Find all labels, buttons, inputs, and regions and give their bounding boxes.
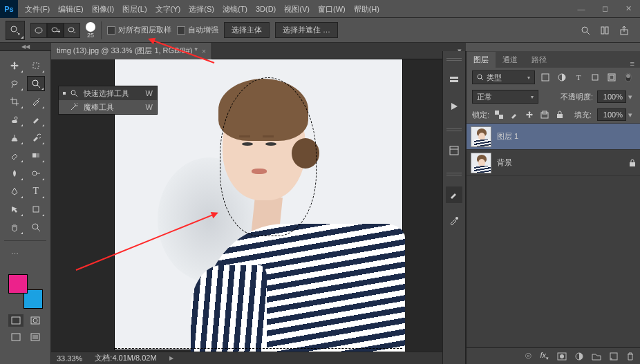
subtract-selection-button[interactable]: - <box>64 23 80 38</box>
flyout-quick-select[interactable]: 快速选择工具 W <box>59 86 157 100</box>
layer-filter-kind[interactable]: 类型 ▾ <box>472 70 535 84</box>
panel-menu-icon[interactable]: ≡ <box>625 59 640 68</box>
filter-smart-icon[interactable] <box>605 71 618 84</box>
standard-mode-icon[interactable] <box>8 314 23 327</box>
clone-stamp-tool[interactable] <box>6 130 23 145</box>
shape-tool[interactable] <box>27 202 45 217</box>
history-brush-tool[interactable] <box>27 130 45 145</box>
maximize-button[interactable]: ◻ <box>593 0 617 18</box>
hand-tool[interactable] <box>6 220 23 235</box>
menu-select[interactable]: 选择(S) <box>185 0 218 18</box>
eyedropper-tool[interactable] <box>27 94 45 109</box>
menu-layer[interactable]: 图层(L) <box>118 0 151 18</box>
eraser-tool[interactable] <box>6 148 23 163</box>
menu-help[interactable]: 帮助(H) <box>350 0 384 18</box>
screen-mode-switch-icon[interactable] <box>28 331 43 343</box>
document-size-info[interactable]: 4.01M/8.02M <box>112 354 156 362</box>
menu-file[interactable]: 文件(F) <box>21 0 54 18</box>
zoom-level[interactable]: 33.33% <box>57 354 82 363</box>
current-tool-icon[interactable] <box>6 21 25 40</box>
lock-all-icon[interactable] <box>556 111 565 119</box>
document-tab[interactable]: timg (13).jpg @ 33.3% (图层 1, RGB/8#) * × <box>51 43 212 59</box>
status-menu-icon[interactable]: ▶ <box>169 355 173 361</box>
tab-paths[interactable]: 路径 <box>525 52 554 68</box>
delete-layer-icon[interactable] <box>626 352 634 361</box>
add-selection-button[interactable]: + <box>47 23 64 38</box>
tab-channels[interactable]: 通道 <box>496 52 525 68</box>
workspace-switcher-icon[interactable] <box>600 26 610 35</box>
path-selection-tool[interactable] <box>6 202 23 217</box>
blend-mode-dropdown[interactable]: 正常 ▾ <box>472 90 538 104</box>
move-tool[interactable] <box>6 58 23 73</box>
gradient-tool[interactable] <box>27 148 45 163</box>
dodge-tool[interactable] <box>27 166 45 181</box>
layer-row[interactable]: 图层 1 <box>467 124 640 150</box>
properties-panel-icon[interactable] <box>446 142 462 159</box>
pen-tool[interactable] <box>6 184 23 199</box>
filter-pixel-icon[interactable] <box>539 71 552 84</box>
type-tool[interactable]: T <box>27 184 45 199</box>
fill-input[interactable]: 100% <box>597 108 626 121</box>
menu-view[interactable]: 视图(V) <box>280 0 314 18</box>
close-button[interactable]: ✕ <box>617 0 640 18</box>
history-panel-icon[interactable] <box>446 72 462 88</box>
filter-shape-icon[interactable] <box>589 71 601 84</box>
menu-filter[interactable]: 滤镜(T) <box>218 0 252 18</box>
layer-thumbnail[interactable] <box>471 126 491 147</box>
new-layer-icon[interactable] <box>610 352 618 361</box>
toolbox-collapse-grip[interactable]: ◀◀ <box>0 43 51 51</box>
menu-image[interactable]: 图像(I) <box>88 0 118 18</box>
filter-adjust-icon[interactable] <box>556 71 568 84</box>
artboard-tool[interactable] <box>27 58 45 73</box>
flyout-magic-wand[interactable]: 魔棒工具 W <box>59 100 157 114</box>
new-selection-button[interactable] <box>30 23 47 38</box>
healing-brush-tool[interactable] <box>6 112 23 127</box>
select-subject-button[interactable]: 选择主体 <box>224 22 270 38</box>
menu-type[interactable]: 文字(Y) <box>151 0 185 18</box>
group-layers-icon[interactable] <box>592 352 601 361</box>
blur-tool[interactable] <box>6 166 23 181</box>
crop-tool[interactable] <box>6 94 23 109</box>
quick-selection-tool[interactable] <box>27 76 45 91</box>
document-canvas[interactable] <box>115 59 402 349</box>
lock-nested-icon[interactable] <box>540 111 550 119</box>
lock-position-icon[interactable] <box>525 111 535 119</box>
brush-size-control[interactable]: 25 <box>86 22 95 39</box>
auto-enhance-option[interactable]: 自动增强 <box>177 25 218 35</box>
search-icon[interactable] <box>581 26 590 35</box>
link-layers-icon[interactable]: ⦾ <box>525 352 531 361</box>
chevron-down-icon[interactable]: ▾ <box>626 93 634 102</box>
adjustment-layer-icon[interactable] <box>575 352 583 361</box>
layer-name[interactable]: 背景 <box>497 157 512 168</box>
panel-gripper[interactable] <box>446 173 462 177</box>
layer-row[interactable]: 背景 <box>467 150 640 176</box>
panel-gripper[interactable] <box>446 128 462 133</box>
layer-thumbnail[interactable] <box>471 153 491 173</box>
sample-all-layers-option[interactable]: 对所有图层取样 <box>107 25 171 35</box>
menu-3d[interactable]: 3D(D) <box>252 0 280 18</box>
brush-tool[interactable] <box>27 112 45 127</box>
lock-image-icon[interactable] <box>510 111 520 119</box>
lock-transparency-icon[interactable] <box>495 111 505 119</box>
edit-toolbar-icon[interactable]: ⋯ <box>6 247 23 262</box>
tab-layers[interactable]: 图层 <box>467 52 496 68</box>
foreground-color-swatch[interactable] <box>8 274 28 294</box>
menu-window[interactable]: 窗口(W) <box>314 0 350 18</box>
brush-settings-panel-icon[interactable] <box>446 186 462 203</box>
chevron-down-icon[interactable]: ▾ <box>626 111 634 119</box>
color-swatches[interactable] <box>8 274 43 309</box>
zoom-tool[interactable] <box>27 220 45 235</box>
share-icon[interactable] <box>619 26 629 35</box>
filter-toggle-switch[interactable] <box>622 71 634 84</box>
menu-edit[interactable]: 编辑(E) <box>54 0 88 18</box>
layer-style-icon[interactable]: fx▾ <box>540 351 549 361</box>
layer-mask-icon[interactable] <box>557 352 567 361</box>
minimize-button[interactable]: ― <box>570 0 593 18</box>
select-and-mask-button[interactable]: 选择并遮住 … <box>275 22 338 38</box>
brushes-panel-icon[interactable] <box>446 213 462 229</box>
filter-type-icon[interactable]: T <box>572 71 585 84</box>
close-tab-icon[interactable]: × <box>202 47 206 55</box>
layer-name[interactable]: 图层 1 <box>497 131 518 142</box>
lasso-tool[interactable] <box>6 76 23 91</box>
panel-gripper[interactable] <box>446 58 462 62</box>
